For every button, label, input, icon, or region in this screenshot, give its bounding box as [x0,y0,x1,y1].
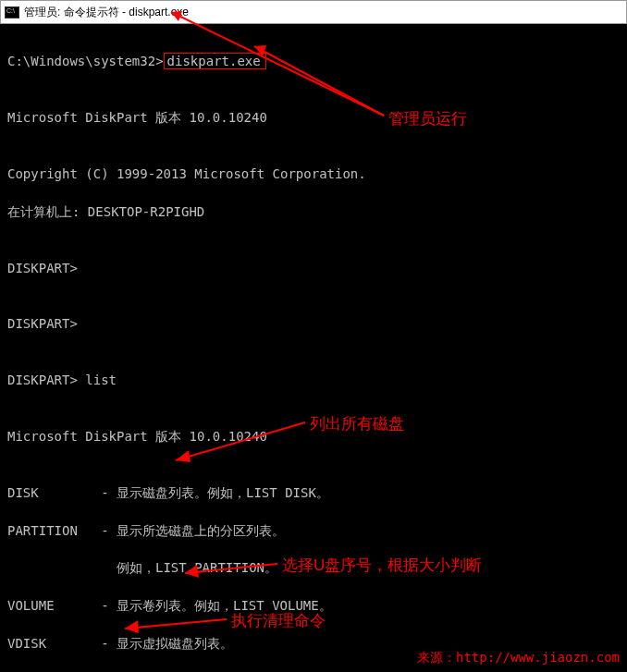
annotation-list-all: 列出所有磁盘 [310,413,404,434]
cmd-icon [5,6,19,18]
line-prompt: C:\Windows\system32>diskpart.exe [7,52,620,70]
line-version1: Microsoft DiskPart 版本 10.0.10240 [7,108,620,127]
cmd-diskpart: diskpart.exe [164,53,266,69]
annotation-do-clean: 执行清理命令 [231,610,326,631]
window-titlebar: 管理员: 命令提示符 - diskpart.exe [0,0,627,24]
line-help-partition: PARTITION - 显示所选磁盘上的分区列表。 [7,521,620,540]
line-computer: 在计算机上: DESKTOP-R2PIGHD [7,202,620,221]
line-copyright: Copyright (C) 1999-2013 Microsoft Corpor… [7,165,620,183]
watermark: 来源：http://www.jiaozn.com [417,650,620,666]
line-help-disk: DISK - 显示磁盘列表。例如，LIST DISK。 [7,483,620,502]
annotation-admin-run: 管理员运行 [388,108,467,129]
line-dpprompt: DISKPART> [7,259,620,277]
line-dplist: DISKPART> list [7,371,620,389]
annotation-select-u: 选择U盘序号，根据大小判断 [282,555,482,576]
window-title: 管理员: 命令提示符 - diskpart.exe [24,5,189,20]
line-dpprompt: DISKPART> [7,314,620,333]
